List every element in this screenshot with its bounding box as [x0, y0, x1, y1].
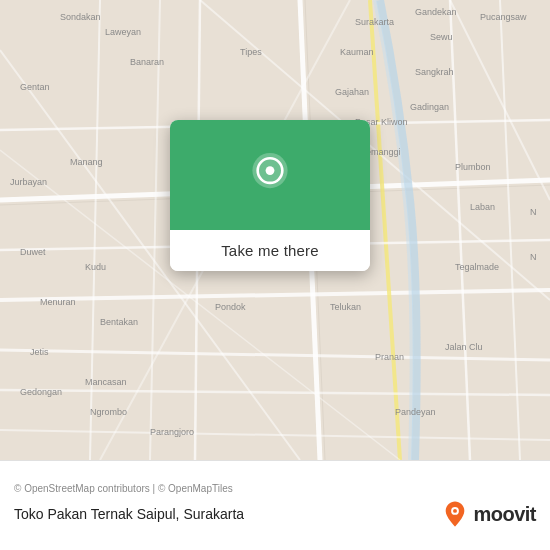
svg-text:Duwet: Duwet [20, 247, 46, 257]
map-container[interactable]: Sondakan Laweyan Banaran Gentan Jurbayan… [0, 0, 550, 460]
svg-text:Kudu: Kudu [85, 262, 106, 272]
svg-text:Menuran: Menuran [40, 297, 76, 307]
svg-text:Manang: Manang [70, 157, 103, 167]
svg-text:Sewu: Sewu [430, 32, 453, 42]
svg-text:Kauman: Kauman [340, 47, 374, 57]
moovit-pin-icon [441, 500, 469, 528]
svg-text:Tegalmade: Tegalmade [455, 262, 499, 272]
svg-text:Telukan: Telukan [330, 302, 361, 312]
place-name: Toko Pakan Ternak Saipul, Surakarta [14, 506, 244, 522]
svg-text:Gajahan: Gajahan [335, 87, 369, 97]
popup-card: Take me there [170, 120, 370, 271]
svg-text:N: N [530, 207, 537, 217]
svg-text:Sangkrah: Sangkrah [415, 67, 454, 77]
svg-text:Hindan: Hindan [315, 0, 344, 2]
svg-text:Laban: Laban [470, 202, 495, 212]
moovit-logo: moovit [441, 500, 536, 528]
svg-text:Banaran: Banaran [130, 57, 164, 67]
svg-text:N: N [530, 252, 537, 262]
svg-text:Ngrombo: Ngrombo [90, 407, 127, 417]
svg-text:Laweyan: Laweyan [105, 27, 141, 37]
bottom-bar: © OpenStreetMap contributors | © OpenMap… [0, 460, 550, 550]
svg-point-65 [453, 509, 457, 513]
moovit-brand-text: moovit [473, 503, 536, 526]
svg-text:Pandeyan: Pandeyan [395, 407, 436, 417]
svg-text:Gandekan: Gandekan [415, 7, 457, 17]
svg-text:Tipes: Tipes [240, 47, 262, 57]
svg-text:Pucangsaw: Pucangsaw [480, 12, 527, 22]
svg-point-63 [266, 166, 275, 175]
svg-text:Jalan Clu: Jalan Clu [445, 342, 483, 352]
svg-text:Sondakan: Sondakan [60, 12, 101, 22]
svg-text:Gadingan: Gadingan [410, 102, 449, 112]
svg-text:Jetis: Jetis [30, 347, 49, 357]
svg-text:Surakarta: Surakarta [355, 17, 394, 27]
bottom-row: Toko Pakan Ternak Saipul, Surakarta moov… [14, 500, 536, 528]
attribution-text: © OpenStreetMap contributors | © OpenMap… [14, 483, 536, 494]
svg-text:Plumbon: Plumbon [455, 162, 491, 172]
svg-text:Pondok: Pondok [215, 302, 246, 312]
take-me-there-button[interactable]: Take me there [170, 230, 370, 271]
svg-text:Gentan: Gentan [20, 82, 50, 92]
svg-text:Bentakan: Bentakan [100, 317, 138, 327]
popup-green-area [170, 120, 370, 230]
svg-text:Jurbayan: Jurbayan [10, 177, 47, 187]
svg-text:Parangjoro: Parangjoro [150, 427, 194, 437]
location-pin-icon [248, 153, 292, 197]
svg-text:Gedongan: Gedongan [20, 387, 62, 397]
svg-text:Pranan: Pranan [375, 352, 404, 362]
svg-text:Mancasan: Mancasan [85, 377, 127, 387]
